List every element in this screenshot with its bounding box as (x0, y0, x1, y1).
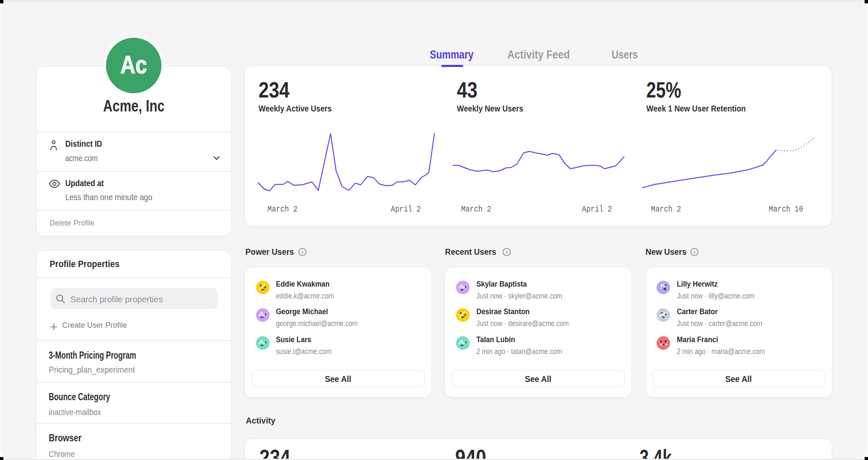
svg-text:i: i (694, 249, 696, 255)
svg-text:i: i (506, 249, 508, 255)
svg-text:i: i (302, 249, 303, 255)
